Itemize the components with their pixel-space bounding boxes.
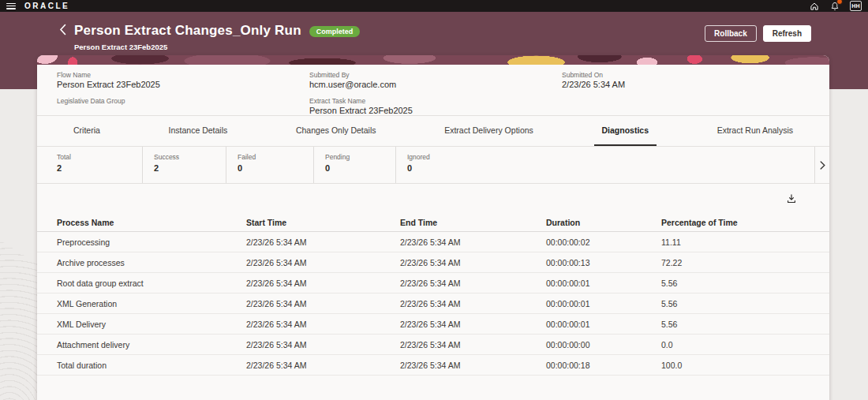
tab-instance-details[interactable]: Instance Details [161,116,236,146]
decorative-banner [37,55,829,65]
cell-duration: 00:00:00:18 [546,361,661,370]
back-button[interactable] [59,24,66,36]
table-row: Preprocessing 2/23/26 5:34 AM 2/23/26 5:… [37,232,829,252]
field-submitted-by: Submitted By hcm.user@oracle.com [309,71,562,90]
cell-process-name: XML Generation [57,299,246,308]
cell-start-time: 2/23/26 5:34 AM [246,361,400,370]
page-subtitle: Person Extract 23Feb2025 [74,43,360,51]
page-title: Person Extract Changes_Only Run [74,23,301,39]
table-row: Archive processes 2/23/26 5:34 AM 2/23/2… [37,252,829,273]
column-header: Percentage of Time [661,218,810,227]
stat-ignored: Ignored 0 [395,147,814,183]
column-header: End Time [400,218,546,227]
field-value: Person Extract 23Feb2025 [309,106,562,116]
cell-duration: 00:00:00:01 [546,320,661,329]
column-header: Process Name [57,218,246,227]
cell-start-time: 2/23/26 5:34 AM [246,237,400,247]
stat-success: Success 2 [142,147,226,183]
tab-extract-run-analysis[interactable]: Extract Run Analysis [709,116,801,146]
field-label: Flow Name [57,71,309,79]
cell-percentage: 100.0 [661,361,810,370]
bell-icon[interactable] [829,1,840,11]
stat-failed: Failed 0 [226,147,313,183]
cell-process-name: Preprocessing [57,237,246,247]
stat-value: 2 [154,163,226,173]
diagnostics-table: Process Name Start Time End Time Duratio… [37,213,829,376]
cell-end-time: 2/23/26 5:34 AM [400,279,546,288]
cell-start-time: 2/23/26 5:34 AM [246,279,400,288]
cell-start-time: 2/23/26 5:34 AM [246,340,400,350]
field-value: Person Extract 23Feb2025 [57,80,309,90]
column-header: Start Time [246,218,400,227]
stat-value: 0 [238,163,313,173]
field-submitted-on: Submitted On 2/23/26 5:34 AM [562,71,810,90]
cell-start-time: 2/23/26 5:34 AM [246,320,400,329]
avatar[interactable]: HH [850,1,862,11]
cell-percentage: 5.56 [661,279,810,288]
table-row: Attachment delivery 2/23/26 5:34 AM 2/23… [37,335,829,355]
table-toolbar [37,183,829,213]
table-row: Total duration 2/23/26 5:34 AM 2/23/26 5… [37,355,829,376]
stats-scroll-right-button[interactable] [814,147,829,183]
cell-process-name: XML Delivery [57,320,246,329]
download-icon [786,193,797,204]
oracle-logo: ORACLE [24,2,69,10]
cell-percentage: 11.11 [661,237,810,247]
rollback-button[interactable]: Rollback [705,25,757,42]
cell-process-name: Root data group extract [57,279,246,288]
cell-end-time: 2/23/26 5:34 AM [400,258,546,267]
field-label: Legislative Data Group [57,97,309,105]
chevron-right-icon [820,161,825,170]
table-header-row: Process Name Start Time End Time Duratio… [37,213,829,232]
field-label: Extract Task Name [309,97,562,105]
summary-section: Flow Name Person Extract 23Feb2025 Legis… [37,65,829,115]
field-value: 2/23/26 5:34 AM [562,80,810,90]
cell-duration: 00:00:00:01 [546,299,661,308]
cell-percentage: 5.56 [661,299,810,308]
column-header: Duration [546,218,661,227]
stat-value: 0 [407,163,814,173]
table-row: XML Delivery 2/23/26 5:34 AM 2/23/26 5:3… [37,314,829,335]
flow-details-card: Flow Name Person Extract 23Feb2025 Legis… [37,55,829,400]
cell-percentage: 0.0 [661,340,810,350]
stat-value: 0 [325,163,395,173]
tab-extract-delivery-options[interactable]: Extract Delivery Options [436,116,541,146]
cell-process-name: Attachment delivery [57,340,246,350]
table-row: XML Generation 2/23/26 5:34 AM 2/23/26 5… [37,293,829,314]
tab-changes-only-details[interactable]: Changes Only Details [288,116,384,146]
topbar: ORACLE HH [0,0,868,12]
tab-diagnostics[interactable]: Diagnostics [594,116,657,146]
notification-badge [836,0,843,5]
refresh-button[interactable]: Refresh [763,25,811,42]
cell-end-time: 2/23/26 5:34 AM [400,361,546,370]
stat-value: 2 [57,163,142,173]
cell-start-time: 2/23/26 5:34 AM [246,299,400,308]
stat-label: Failed [238,153,313,161]
cell-duration: 00:00:00:00 [546,340,661,350]
tab-criteria[interactable]: Criteria [65,116,108,146]
stat-pending: Pending 0 [313,147,395,183]
cell-duration: 00:00:00:02 [546,237,661,247]
stat-label: Total [57,153,142,161]
stat-label: Success [154,153,226,161]
cell-start-time: 2/23/26 5:34 AM [246,258,400,267]
stats-strip: Total 2 Success 2 Failed 0 Pending 0 Ign… [37,146,829,183]
home-icon[interactable] [809,1,819,11]
download-button[interactable] [784,191,799,207]
cell-process-name: Total duration [57,361,246,370]
table-row: Root data group extract 2/23/26 5:34 AM … [37,273,829,293]
status-badge: Completed [309,26,361,37]
cell-process-name: Archive processes [57,258,246,267]
field-value [57,106,309,116]
field-legislative-data-group: Legislative Data Group [57,97,309,116]
cell-end-time: 2/23/26 5:34 AM [400,340,546,350]
cell-end-time: 2/23/26 5:34 AM [400,320,546,329]
field-extract-task-name: Extract Task Name Person Extract 23Feb20… [309,97,562,116]
stat-label: Ignored [407,153,814,161]
cell-duration: 00:00:00:13 [546,258,661,267]
field-value: hcm.user@oracle.com [309,80,562,90]
stat-total: Total 2 [37,147,142,183]
field-label: Submitted On [562,71,810,79]
menu-icon[interactable] [6,3,16,9]
cell-percentage: 72.22 [661,258,810,267]
